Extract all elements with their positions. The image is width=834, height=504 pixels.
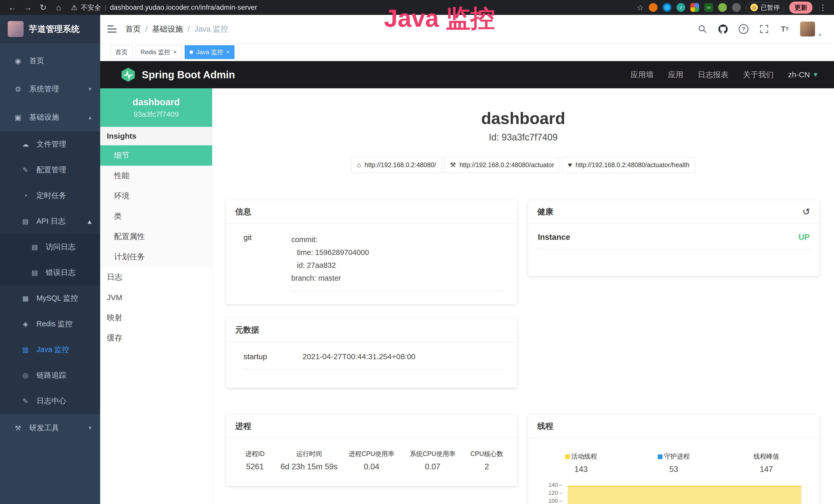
extension-icon-2[interactable] (663, 3, 672, 12)
forward-icon[interactable]: → (21, 3, 35, 12)
browser-menu-icon[interactable]: ⋮ (817, 3, 828, 12)
bookmark-star-icon[interactable]: ☆ (637, 3, 644, 12)
process-value-row: 5261 6d 23h 15m 59s 0.04 0.07 2 (233, 462, 510, 472)
url-text[interactable]: dashboard.yudao.iocoder.cn/infra/admin-s… (110, 4, 257, 12)
link-label: http://192.168.0.2:48080/actuator (460, 161, 554, 169)
sba-nav-journal[interactable]: 日志报表 (698, 70, 728, 80)
sidebar-item-label: 研发工具 (29, 423, 59, 433)
link-health[interactable]: ♥ http://192.168.0.2:48080/actuator/heal… (562, 157, 695, 173)
tag-java[interactable]: Java 监控 × (185, 45, 235, 59)
sba-nav-links: 应用墙 应用 日志报表 关于我们 zh-CN ▼ (630, 70, 818, 80)
legend-live-threads: 活动线程 (535, 452, 628, 461)
process-value: 6d 23h 15m 59s (277, 462, 341, 472)
breadcrumb: 首页 / 基础设施 / Java 监控 (125, 24, 228, 35)
extension-icon-6[interactable] (718, 3, 727, 12)
legend-peak-threads: 线程峰值 (720, 452, 813, 461)
edit-icon: ✎ (21, 166, 30, 174)
reload-icon[interactable]: ↻ (37, 3, 50, 12)
legend-daemon-threads: 守护进程 (628, 452, 720, 461)
sba-nav-about[interactable]: 关于我们 (743, 70, 774, 80)
info-line: branch: master (291, 272, 503, 284)
sidebar-item-mysql-monitor[interactable]: ▦ MySQL 监控 (0, 285, 100, 311)
sidebar-item-log-center[interactable]: ✎ 日志中心 (0, 388, 100, 414)
security-warning-icon[interactable]: ⚠ (71, 3, 77, 12)
process-value: 0.04 (341, 462, 402, 472)
sba-item-mappings[interactable]: 映射 (100, 307, 212, 328)
sidebar-item-home[interactable]: ◉ 首页 (0, 47, 100, 75)
instance-header[interactable]: dashboard 93a3fc7f7409 (100, 88, 212, 127)
chevron-down-icon: ▼ (812, 71, 818, 78)
sba-item-performance[interactable]: 性能 (100, 166, 212, 186)
tag-redis[interactable]: Redis 监控 × (136, 45, 182, 59)
fullscreen-icon[interactable] (759, 24, 769, 34)
update-button[interactable]: 更新 (789, 2, 812, 14)
info-line: time: 1596289704000 (291, 246, 503, 259)
threads-peak-value: 147 (720, 465, 813, 474)
sidebar-item-link-trace[interactable]: ◎ 链路追踪 (0, 363, 100, 388)
sidebar-item-access-log[interactable]: ▤ 访问日志 (0, 234, 100, 260)
extension-icon-4[interactable] (690, 3, 699, 12)
close-icon[interactable]: × (173, 49, 177, 55)
sba-section-insights: Insights (100, 127, 212, 145)
sidebar-item-scheduled-job[interactable]: ◔ 定时任务 (0, 183, 100, 208)
health-instance-label: Instance (538, 233, 570, 242)
card-health-body: Instance UP (528, 224, 819, 249)
sidebar-item-label: Redis 监控 (37, 319, 72, 329)
sba-item-jvm[interactable]: JVM (100, 287, 212, 307)
link-actuator[interactable]: ⚒ http://192.168.0.2:48080/actuator (444, 157, 560, 173)
screen: ← → ↻ ⌂ ⚠ 不安全 | dashboard.yudao.iocoder.… (0, 0, 834, 504)
sba-item-caches[interactable]: 缓存 (100, 328, 212, 348)
chevron-up-icon: ▴ (88, 217, 91, 226)
address-bar[interactable]: ⚠ 不安全 | dashboard.yudao.iocoder.cn/infra… (71, 3, 257, 12)
github-icon[interactable] (718, 24, 728, 34)
user-avatar[interactable] (800, 22, 815, 37)
link-root[interactable]: ⌂ http://192.168.0.2:48080/ (351, 157, 442, 173)
sidebar-item-infra[interactable]: ▣ 基础设施 ▴ (0, 103, 100, 132)
sidebar-item-redis-monitor[interactable]: ◈ Redis 监控 (0, 311, 100, 337)
sba-nav-applications[interactable]: 应用 (668, 70, 683, 80)
sba-item-scheduled-tasks[interactable]: 计划任务 (100, 247, 212, 267)
sidebar-item-error-log[interactable]: ▤ 错误日志 (0, 260, 100, 285)
sba-item-logs[interactable]: 日志 (100, 267, 212, 287)
profile-paused-badge[interactable]: ☺ 已暂停 (746, 2, 784, 13)
threads-chart: 140 120 100 (535, 482, 813, 504)
back-icon[interactable]: ← (6, 3, 19, 12)
y-tick: 140 (540, 482, 562, 488)
y-tick: 100 (540, 498, 562, 504)
search-icon[interactable] (697, 24, 708, 34)
sidebar-item-dev-tools[interactable]: ⚒ 研发工具 ▾ (0, 414, 100, 442)
breadcrumb-home[interactable]: 首页 (125, 24, 141, 35)
card-health: 健康 ↺ Instance UP (528, 200, 819, 276)
home-icon: ⌂ (357, 161, 361, 169)
breadcrumb-infra[interactable]: 基础设施 (152, 24, 183, 35)
card-threads: 线程 活动线程 守护进程 线程峰值 143 53 147 140 120 100 (528, 415, 819, 504)
sidebar-item-system[interactable]: ⚙ 系统管理 ▾ (0, 75, 100, 103)
card-info-title: 信息 (226, 200, 517, 224)
sba-item-environment[interactable]: 环境 (100, 186, 212, 206)
extension-icon-3[interactable]: y (677, 3, 685, 12)
sidebar-item-file-manage[interactable]: ☁ 文件管理 (0, 132, 100, 157)
sba-item-classes[interactable]: 类 (100, 206, 212, 226)
app-logo[interactable]: 芋道管理系统 (0, 15, 100, 43)
tag-home[interactable]: 首页 (110, 45, 133, 59)
help-icon[interactable]: ? (739, 24, 749, 34)
sba-brand[interactable]: Spring Boot Admin (120, 67, 235, 83)
sba-locale-select[interactable]: zh-CN ▼ (788, 70, 818, 79)
sba-item-details[interactable]: 细节 (100, 145, 212, 166)
card-title-label: 元数据 (235, 324, 259, 335)
sba-item-config-props[interactable]: 配置属性 (100, 226, 212, 247)
close-icon[interactable]: × (226, 49, 229, 55)
extension-icon-1[interactable] (649, 3, 658, 12)
sidebar-item-api-log[interactable]: ▤ API 日志 ▴ (0, 208, 100, 234)
threads-value-row: 143 53 147 (535, 465, 813, 474)
font-size-icon[interactable]: TT (780, 24, 790, 34)
sidebar-fold-icon[interactable] (100, 25, 124, 32)
sba-nav-wall[interactable]: 应用墙 (630, 70, 654, 80)
security-label[interactable]: 不安全 (81, 3, 101, 12)
home-icon[interactable]: ⌂ (52, 3, 65, 12)
sidebar-item-java-monitor[interactable]: ▥ Java 监控 (0, 337, 100, 363)
history-icon[interactable]: ↺ (803, 206, 810, 217)
extension-icon-5[interactable]: on (704, 3, 713, 12)
sidebar-item-config-manage[interactable]: ✎ 配置管理 (0, 157, 100, 183)
extension-icon-7[interactable] (732, 3, 741, 12)
